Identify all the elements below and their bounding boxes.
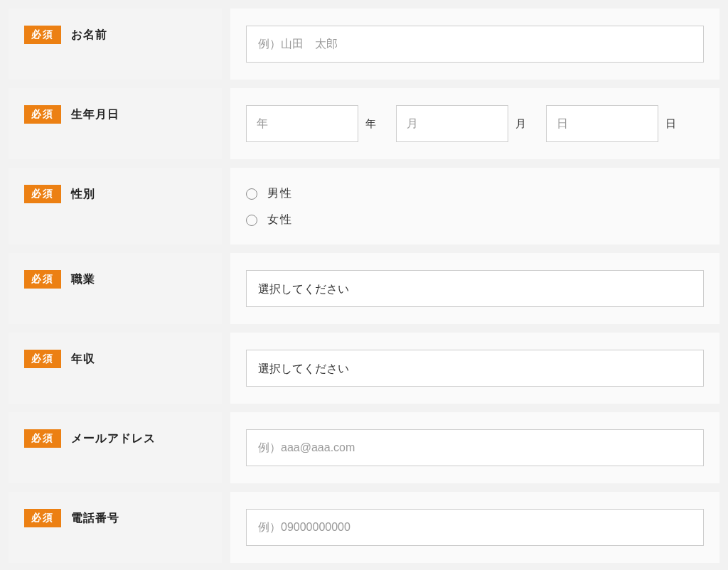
- label-cell-income: 必須 年収: [9, 333, 222, 404]
- label-cell-occupation: 必須 職業: [9, 253, 222, 324]
- radio-icon: [246, 188, 257, 200]
- dob-month-suffix: 月: [515, 117, 526, 131]
- required-badge: 必須: [24, 185, 61, 203]
- input-cell-email: [230, 412, 719, 483]
- row-phone: 必須 電話番号: [9, 492, 719, 563]
- input-cell-phone: [230, 492, 719, 563]
- row-occupation: 必須 職業 選択してください: [9, 253, 719, 324]
- row-email: 必須 メールアドレス: [9, 412, 719, 483]
- gender-male-option[interactable]: 男性: [246, 186, 704, 201]
- required-badge: 必須: [24, 26, 61, 44]
- dob-year-suffix: 年: [365, 117, 376, 131]
- radio-icon: [246, 215, 257, 226]
- input-cell-gender: 男性 女性: [230, 168, 719, 244]
- label-cell-dob: 必須 生年月日: [9, 88, 222, 159]
- row-income: 必須 年収 選択してください: [9, 333, 719, 404]
- gender-male-label: 男性: [267, 186, 293, 201]
- label-name: お名前: [71, 26, 107, 43]
- gender-radio-group: 男性 女性: [246, 185, 704, 227]
- dob-day-suffix: 日: [665, 117, 676, 131]
- label-income: 年収: [71, 350, 95, 367]
- label-gender: 性別: [71, 185, 95, 202]
- phone-input[interactable]: [246, 509, 704, 546]
- label-cell-gender: 必須 性別: [9, 168, 222, 244]
- required-badge: 必須: [24, 509, 61, 527]
- label-cell-name: 必須 お名前: [9, 9, 222, 80]
- row-name: 必須 お名前: [9, 9, 719, 80]
- input-cell-occupation: 選択してください: [230, 253, 719, 324]
- input-cell-income: 選択してください: [230, 333, 719, 404]
- label-cell-email: 必須 メールアドレス: [9, 412, 222, 483]
- label-cell-phone: 必須 電話番号: [9, 492, 222, 563]
- occupation-select[interactable]: 選択してください: [246, 270, 704, 307]
- required-badge: 必須: [24, 105, 61, 124]
- required-badge: 必須: [24, 429, 61, 448]
- dob-day-input[interactable]: [546, 105, 658, 142]
- dob-month-input[interactable]: [396, 105, 508, 142]
- income-select[interactable]: 選択してください: [246, 350, 704, 387]
- input-cell-name: [230, 9, 719, 80]
- input-cell-dob: 年 月 日: [230, 88, 719, 159]
- label-phone: 電話番号: [71, 509, 119, 526]
- name-input[interactable]: [246, 26, 704, 63]
- label-occupation: 職業: [71, 270, 95, 287]
- dob-year-input[interactable]: [246, 105, 358, 142]
- label-dob: 生年月日: [71, 105, 119, 122]
- row-dob: 必須 生年月日 年 月 日: [9, 88, 719, 159]
- label-email: メールアドレス: [71, 429, 156, 446]
- required-badge: 必須: [24, 350, 61, 368]
- gender-female-option[interactable]: 女性: [246, 213, 704, 227]
- email-input[interactable]: [246, 429, 704, 466]
- dob-group: 年 月 日: [246, 105, 704, 142]
- required-badge: 必須: [24, 270, 61, 289]
- row-gender: 必須 性別 男性 女性: [9, 168, 719, 244]
- gender-female-label: 女性: [267, 213, 293, 227]
